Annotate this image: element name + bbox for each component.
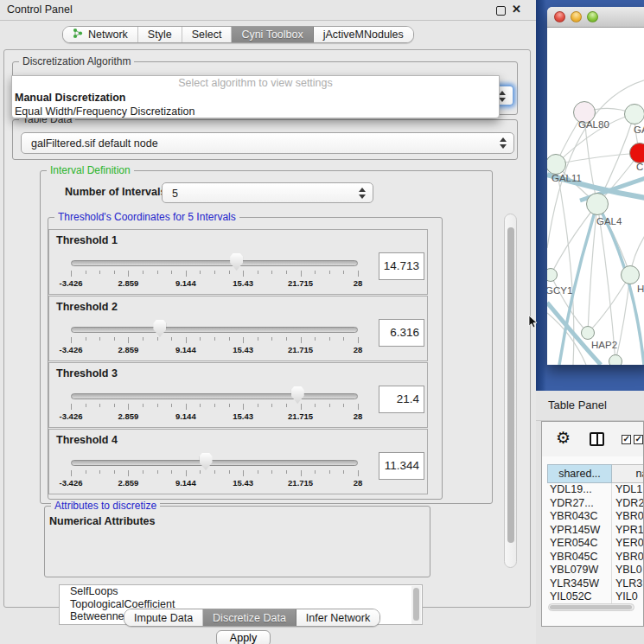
slider-tick — [229, 271, 230, 274]
list-item[interactable]: SelfLoops — [60, 585, 422, 598]
slider-tick-label: 9.144 — [167, 278, 205, 288]
network-node-gal4[interactable] — [586, 193, 609, 215]
cyni-toolbox-panel: Discretization Algorithm Table Data galF… — [3, 49, 531, 608]
table-row[interactable]: YDL19...YDL1 — [547, 483, 644, 497]
threshold-value-field[interactable]: 21.4 — [379, 386, 424, 413]
close-panel-icon[interactable]: ✕ — [512, 3, 521, 16]
table-data-combo[interactable]: galFiltered.sif default node — [21, 132, 514, 154]
slider-tick — [143, 404, 143, 407]
table-row[interactable]: YER054CYER0 — [547, 537, 644, 551]
threshold-value-field[interactable]: 14.713 — [379, 252, 424, 280]
tab-cyni-toolbox[interactable]: Cyni Toolbox — [232, 27, 313, 42]
tab-network[interactable]: Network — [63, 27, 138, 42]
threshold-label: Threshold 1 — [56, 234, 118, 246]
tab-jactivemnodules[interactable]: jActiveMNodules — [314, 27, 413, 42]
table-data-group: Table Data galFiltered.sif default node — [12, 119, 518, 160]
slider-tick — [86, 470, 86, 474]
tab-select[interactable]: Select — [182, 27, 233, 42]
network-node-label: C — [636, 162, 643, 172]
threshold-row: Threshold 3-3.4262.8599.14415.4321.71528… — [48, 362, 428, 428]
tab-discretize-data[interactable]: Discretize Data — [203, 609, 296, 626]
column-header[interactable]: shared... — [547, 464, 612, 483]
table-row[interactable]: YLR345WYLR3 — [547, 577, 644, 591]
slider-tick — [315, 271, 316, 274]
slider-thumb[interactable] — [230, 253, 243, 271]
minimize-traffic-icon[interactable] — [571, 11, 582, 22]
tab-style[interactable]: Style — [138, 27, 182, 42]
checkbox-icon[interactable] — [634, 435, 643, 444]
network-node-hap2[interactable] — [581, 326, 595, 340]
split-panel-icon[interactable] — [590, 432, 604, 446]
slider-thumb[interactable] — [291, 386, 304, 404]
slider-tick — [143, 271, 143, 274]
slider-track[interactable] — [71, 460, 358, 466]
slider-thumb[interactable] — [153, 320, 166, 337]
algorithm-dropdown-popup: Select algorithm to view settings Manual… — [11, 75, 500, 118]
zoom-traffic-icon[interactable] — [587, 11, 598, 22]
table-row[interactable]: YBR045CYBR0 — [547, 551, 644, 564]
checkbox-icon[interactable] — [622, 435, 631, 444]
network-canvas[interactable]: GAL80GACGAL11GAL4GCY1HHAP2 — [547, 28, 644, 365]
slider-tick-label: -3.426 — [52, 478, 90, 488]
slider-tick — [157, 404, 158, 407]
desktop-background: GAL80GACGAL11GAL4GCY1HHAP2 — [536, 0, 644, 391]
slider-tick — [301, 470, 302, 476]
tab-label: Style — [148, 29, 172, 41]
slider-tick — [329, 271, 330, 274]
tab-infer-network[interactable]: Infer Network — [296, 609, 379, 626]
slider-tick — [171, 404, 172, 407]
slider-tick — [171, 271, 172, 274]
num-intervals-label: Number of Intervals — [65, 186, 166, 198]
slider-tick-label: 28 — [339, 478, 377, 488]
network-node-label: GAL11 — [552, 173, 582, 183]
slider-tick — [114, 470, 115, 474]
slider-tick — [200, 271, 201, 274]
control-panel-titlebar: Control Panel ✕ — [0, 0, 536, 21]
table-row[interactable]: YDR27...YDR2 — [547, 497, 644, 511]
table-row[interactable]: YIL052CYIL0 — [547, 590, 644, 603]
tab-label: jActiveMNodules — [323, 29, 404, 41]
table-panel-toolbar: ⚙ — [542, 422, 644, 456]
slider-thumb[interactable] — [200, 453, 213, 470]
float-panel-icon[interactable] — [496, 6, 506, 16]
slider-tick — [258, 337, 258, 341]
slider-tick — [71, 337, 72, 343]
network-node-c[interactable] — [629, 143, 644, 163]
slider-tick — [258, 404, 258, 407]
table-row[interactable]: YBL079WYBL0 — [547, 564, 644, 577]
column-header[interactable]: na — [612, 464, 644, 483]
attributes-scrollbar[interactable] — [411, 586, 421, 624]
table-row[interactable]: YPR145WYPR1 — [547, 524, 644, 538]
apply-button[interactable]: Apply — [216, 630, 271, 644]
tab-impute-data[interactable]: Impute Data — [124, 609, 203, 626]
threshold-value-field[interactable]: 11.344 — [379, 452, 424, 480]
slider-tick — [186, 271, 187, 277]
table-hscrollbar[interactable] — [548, 603, 634, 611]
slider-tick — [301, 271, 302, 277]
slider-tick-label: -3.426 — [52, 345, 90, 354]
network-window[interactable]: GAL80GACGAL11GAL4GCY1HHAP2 — [547, 7, 644, 365]
slider-track[interactable] — [71, 327, 358, 333]
gear-icon[interactable]: ⚙ — [556, 428, 571, 447]
network-node[interactable] — [609, 354, 622, 365]
network-node-h[interactable] — [621, 265, 640, 284]
num-intervals-combo[interactable]: 5 — [162, 182, 373, 203]
slider-tick-label: 21.715 — [282, 345, 320, 354]
algorithm-prompt-item[interactable]: Select algorithm to view settings — [12, 76, 499, 91]
table-row[interactable]: YBR043CYBR0 — [547, 510, 644, 524]
slider-tick — [315, 470, 316, 474]
algorithm-option[interactable]: Equal Width/Frequency Discretization — [12, 105, 499, 118]
network-window-titlebar[interactable] — [547, 7, 644, 28]
settings-scrollbar[interactable] — [504, 214, 517, 568]
network-node-ga[interactable] — [624, 104, 644, 124]
threshold-value-field[interactable]: 6.316 — [379, 319, 424, 347]
group-title: Discretization Algorithm — [19, 55, 134, 67]
slider-track[interactable] — [71, 260, 358, 266]
close-traffic-icon[interactable] — [554, 11, 565, 22]
slider-tick-label: 21.715 — [282, 278, 320, 288]
slider-tick — [86, 404, 86, 407]
slider-track[interactable] — [71, 393, 358, 399]
slider-tick — [358, 337, 359, 343]
slider-tick — [315, 404, 316, 407]
algorithm-option[interactable]: Manual Discretization — [12, 91, 499, 105]
